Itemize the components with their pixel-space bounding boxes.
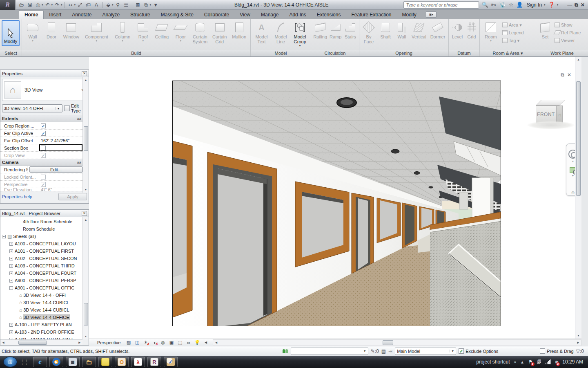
group-extents[interactable]: Extents∧∧ <box>0 115 82 122</box>
detail-level-icon[interactable]: ▨ <box>125 340 131 346</box>
user-icon[interactable]: 👤 <box>517 2 523 8</box>
tray-chevron-icon[interactable]: » <box>514 360 517 364</box>
tab-view[interactable]: View <box>234 11 256 19</box>
railing-button[interactable]: Railing <box>313 20 327 39</box>
tab-extensions[interactable]: Extensions <box>312 11 346 19</box>
model-group-button[interactable]: Model Group▾ <box>291 20 309 47</box>
ref-plane-button[interactable]: Ref Plane <box>553 29 582 36</box>
clock[interactable]: 10:29 AM <box>562 359 583 365</box>
help-icon[interactable]: ❓ <box>548 2 555 8</box>
open-icon[interactable]: 🗁 <box>18 1 25 9</box>
action-center-icon[interactable]: ⚑✗ <box>528 359 533 365</box>
level-button[interactable]: Level <box>450 20 464 39</box>
thin-lines-icon[interactable]: ☰ <box>122 1 130 9</box>
browser-scrollbar[interactable]: ▲ ▼ <box>82 217 89 339</box>
collapse-arrow-icon[interactable]: ◀ <box>203 340 209 346</box>
tree-item-3d-view[interactable]: ⌂3D View: 14-4 CUBICL <box>0 306 82 314</box>
apply-button[interactable]: Apply <box>58 193 87 200</box>
viewcube-compass-ring[interactable] <box>527 121 575 129</box>
component-button[interactable]: Component▾ <box>82 20 111 43</box>
tree-item[interactable]: +A100 - CONCEPTUAL LAYOU <box>0 240 82 247</box>
door-button[interactable]: Door <box>42 20 60 39</box>
room-button[interactable]: Room▾ <box>481 20 500 43</box>
subscription-center-icon[interactable]: 🗝 <box>491 2 497 8</box>
tab-feature-extraction[interactable]: Feature Extraction <box>346 11 396 19</box>
press-drag-checkbox[interactable] <box>540 348 545 354</box>
reveal-hidden-elements-icon[interactable]: 💡 <box>194 340 200 346</box>
crop-view-icon[interactable]: ▣ <box>168 340 174 346</box>
text-icon[interactable]: A <box>93 1 100 9</box>
tab-analyze[interactable]: Analyze <box>97 11 125 19</box>
tab-modify[interactable]: Modify <box>397 11 422 19</box>
press-drag-control[interactable]: Press & Drag <box>540 348 573 354</box>
window-button[interactable]: Window <box>61 20 81 39</box>
legend-button[interactable]: Legend <box>501 29 525 36</box>
save-icon[interactable]: 🖫 <box>26 1 33 9</box>
scroll-right-icon[interactable]: ▶ <box>575 341 581 344</box>
tray-toolbar-label[interactable]: project shortcut <box>476 359 510 365</box>
tree-item-3d-view[interactable]: ⌂3D View: 14-4 CUBICL <box>0 299 82 306</box>
start-button[interactable]: ⊞ <box>3 357 17 367</box>
sign-in-dropdown-icon[interactable]: ▾ <box>544 3 546 7</box>
properties-header[interactable]: Properties ✕ <box>0 70 89 77</box>
tree-item[interactable]: +A-901 - CONCEPTUAL CAFE <box>0 336 82 339</box>
application-menu-button[interactable]: R <box>0 0 16 10</box>
curtain-grid-button[interactable]: Curtain Grid <box>210 20 229 44</box>
taskbar-media-player-button[interactable]: ▶ <box>49 357 63 367</box>
view-close-icon[interactable]: ✕ <box>567 72 571 77</box>
temporary-hide-isolate-icon[interactable]: ∞ <box>185 340 192 346</box>
taskbar-revit-button[interactable]: R <box>147 357 161 367</box>
customize-qat-icon[interactable]: ▼ <box>152 1 159 9</box>
scroll-down-icon[interactable]: ▼ <box>575 333 581 339</box>
close-hidden-windows-icon[interactable]: ⊠ <box>134 1 142 9</box>
show-rendering-dialog-icon[interactable]: ◍ <box>160 340 166 346</box>
viewcube[interactable]: FRONT |>| <box>532 100 569 129</box>
ceiling-button[interactable]: Ceiling <box>153 20 171 39</box>
tab-collaborate[interactable]: Collaborate <box>199 11 234 19</box>
model-line-button[interactable]: Model Line <box>272 20 290 44</box>
stairs-button[interactable]: Stairs <box>343 20 357 39</box>
dropdown-icon[interactable]: ▼ <box>362 350 366 352</box>
scroll-up-icon[interactable]: ▲ <box>83 217 89 223</box>
viewcube-top-face[interactable] <box>536 100 565 105</box>
curtain-system-button[interactable]: Curtain System <box>190 20 209 44</box>
dormer-button[interactable]: Dormer <box>429 20 447 39</box>
tab-structure[interactable]: Structure <box>125 11 156 19</box>
tab-massing-site[interactable]: Massing & Site <box>156 11 199 19</box>
column-button[interactable]: Column▾ <box>112 20 133 43</box>
design-options-dialog-icon[interactable]: ▤ <box>381 348 386 354</box>
crop-region-checkbox[interactable]: ✓ <box>41 123 46 128</box>
by-face-button[interactable]: By Face <box>361 20 376 44</box>
wheel-dropdown-icon[interactable]: ▼ <box>572 160 575 163</box>
tab-home[interactable]: Home <box>19 10 44 19</box>
filter-icon[interactable]: ▽:0 <box>576 348 584 354</box>
shadows-icon[interactable]: ◑✗ <box>151 340 157 346</box>
show-crop-region-icon[interactable]: ⬚ <box>177 340 183 346</box>
desktop-toolbar-handle[interactable]: ⋮⋮⋮⋮ <box>20 359 29 365</box>
tree-item[interactable]: +A-100 - LIFE SAFETY PLAN <box>0 321 82 328</box>
scroll-left-icon[interactable]: ◀ <box>0 341 6 344</box>
scroll-down-icon[interactable]: ▼ <box>83 187 89 193</box>
wall-button[interactable]: Wall▾ <box>24 20 42 43</box>
properties-close-icon[interactable]: ✕ <box>82 71 87 76</box>
restore-button[interactable]: ⧉ <box>575 2 578 8</box>
show-hidden-icons-icon[interactable]: ▲ <box>520 360 524 364</box>
canvas-vscrollbar[interactable]: ▲ ▼ <box>575 57 581 339</box>
instance-dropdown-icon[interactable]: ▼ <box>56 107 61 110</box>
network-icon[interactable] <box>546 359 551 364</box>
infocenter-search-input[interactable] <box>403 1 479 9</box>
grid-button[interactable]: Grid <box>465 20 478 39</box>
taskbar-paint-button[interactable]: 🖌 <box>164 357 178 367</box>
scroll-left-icon[interactable]: ◀ <box>213 341 219 344</box>
shaft-button[interactable]: Shaft <box>377 20 394 39</box>
instance-selector[interactable]: 3D View: 14-4 OFFI ▼ <box>2 104 62 112</box>
zoom-dropdown-icon[interactable]: ▼ <box>572 174 575 177</box>
show-work-plane-button[interactable]: Show <box>553 21 582 29</box>
browser-hscrollbar[interactable]: ◀ ▶ <box>0 339 82 345</box>
type-selector[interactable]: ⌂ 3D View ▼ <box>2 79 87 101</box>
taskbar-ie-button[interactable]: e <box>33 357 47 367</box>
group-camera[interactable]: Camera∧∧ <box>0 159 82 166</box>
scroll-up-icon[interactable]: ▲ <box>83 77 89 83</box>
modify-button[interactable]: Modify <box>2 20 20 46</box>
3d-viewport[interactable] <box>172 81 501 326</box>
